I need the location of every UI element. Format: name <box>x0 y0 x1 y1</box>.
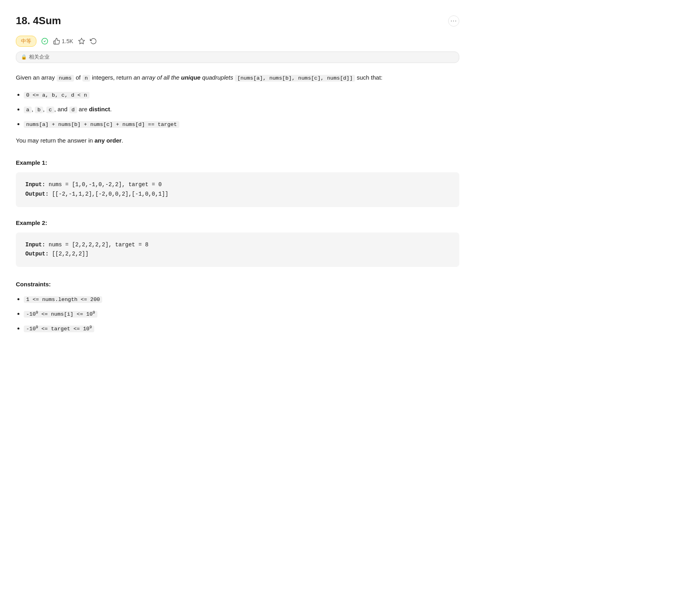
nums-code: nums <box>57 75 74 82</box>
example-2-title: Example 2: <box>16 218 459 228</box>
lock-icon: 🔒 <box>21 53 27 61</box>
constraint-item-1: 1 <= nums.length <= 200 <box>24 294 459 305</box>
constraint-code-length: 1 <= nums.length <= 200 <box>24 296 102 303</box>
examples-section: Example 1: Input: nums = [1,0,-1,0,-2,2]… <box>16 158 459 267</box>
problem-description: Given an array nums of n integers, retur… <box>16 72 459 83</box>
like-button[interactable]: 1.5K <box>53 37 73 46</box>
a-code: a <box>24 107 32 113</box>
constraint-item-2: -109 <= nums[i] <= 109 <box>24 309 459 319</box>
svg-marker-1 <box>78 38 84 44</box>
example-1-output: Output: [[-2,-1,1,2],[-2,0,0,2],[-1,0,0,… <box>25 190 450 199</box>
example-1-input: Input: nums = [1,0,-1,0,-2,2], target = … <box>25 180 450 190</box>
refresh-button[interactable] <box>90 38 97 45</box>
constraint-code-target: -109 <= target <= 109 <box>24 326 94 332</box>
bullet-list: 0 <= a, b, c, d < n a, b, c, and d are d… <box>24 90 459 130</box>
constraint-code-1: 0 <= a, b, c, d < n <box>24 92 89 99</box>
constraints-list: 1 <= nums.length <= 200 -109 <= nums[i] … <box>24 294 459 334</box>
example-2-output: Output: [[2,2,2,2]] <box>25 249 450 259</box>
array-code: [nums[a], nums[b], nums[c], nums[d]] <box>235 75 355 82</box>
star-icon <box>78 38 85 45</box>
example-1-title: Example 1: <box>16 158 459 168</box>
d-code: d <box>69 107 77 113</box>
constraint-item-3: -109 <= target <= 109 <box>24 323 459 334</box>
output-label-1: Output: <box>25 191 49 197</box>
sum-code: nums[a] + nums[b] + nums[c] + nums[d] ==… <box>24 121 179 128</box>
example-2-code-block: Input: nums = [2,2,2,2,2], target = 8 Ou… <box>16 232 459 267</box>
company-badge[interactable]: 🔒 相关企业 <box>16 51 459 63</box>
input-label-2: Input: <box>25 242 45 248</box>
input-label-1: Input: <box>25 181 45 188</box>
c-code: c <box>46 107 54 113</box>
output-label-2: Output: <box>25 251 49 257</box>
page-title: 18. 4Sum <box>16 13 61 29</box>
difficulty-badge[interactable]: 中等 <box>16 36 36 47</box>
problem-note: You may return the answer in any order. <box>16 136 459 145</box>
bullet-item-1: 0 <= a, b, c, d < n <box>24 90 459 100</box>
status-check-button[interactable] <box>41 38 48 45</box>
company-label: 相关企业 <box>29 53 49 61</box>
bullet-item-2: a, b, c, and d are distinct. <box>24 104 459 115</box>
like-count: 1.5K <box>62 37 73 46</box>
header-row: 18. 4Sum ··· <box>16 13 459 29</box>
constraints-title: Constraints: <box>16 280 459 289</box>
favorite-button[interactable] <box>78 38 85 45</box>
n-code: n <box>82 75 90 82</box>
example-2-input: Input: nums = [2,2,2,2,2], target = 8 <box>25 240 450 250</box>
thumbs-up-icon <box>53 38 60 45</box>
refresh-icon <box>90 38 97 45</box>
bullet-item-3: nums[a] + nums[b] + nums[c] + nums[d] ==… <box>24 119 459 130</box>
badges-row: 中等 1.5K <box>16 36 459 47</box>
example-1-code-block: Input: nums = [1,0,-1,0,-2,2], target = … <box>16 172 459 207</box>
constraints-section: Constraints: 1 <= nums.length <= 200 -10… <box>16 280 459 334</box>
more-options-button[interactable]: ··· <box>448 15 459 27</box>
check-circle-icon <box>41 38 48 45</box>
b-code: b <box>35 107 43 113</box>
constraint-code-nums-i: -109 <= nums[i] <= 109 <box>24 311 97 318</box>
